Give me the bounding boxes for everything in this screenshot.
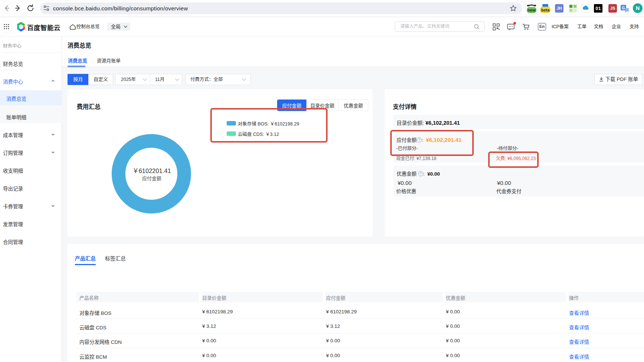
svg-text:G: G <box>622 6 625 10</box>
svg-text:beta: beta <box>541 8 550 12</box>
svg-text:new: new <box>528 8 536 12</box>
